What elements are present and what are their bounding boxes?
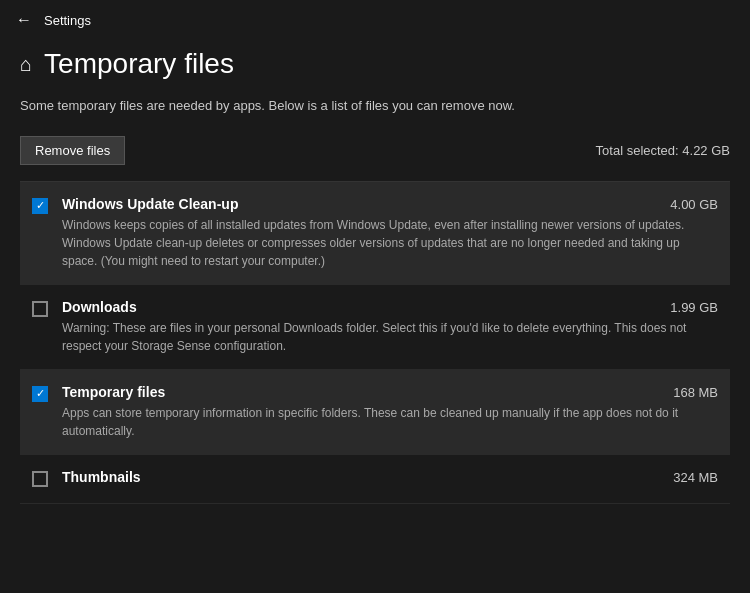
- file-size-windows-update-cleanup: 4.00 GB: [670, 197, 718, 212]
- file-info-windows-update-cleanup: Windows Update Clean-up 4.00 GB Windows …: [62, 196, 718, 270]
- file-header-windows-update-cleanup: Windows Update Clean-up 4.00 GB: [62, 196, 718, 212]
- file-desc-windows-update-cleanup: Windows keeps copies of all installed up…: [62, 216, 718, 270]
- file-name-downloads: Downloads: [62, 299, 137, 315]
- back-button[interactable]: ←: [16, 11, 32, 29]
- file-header-thumbnails: Thumbnails 324 MB: [62, 469, 718, 485]
- file-info-thumbnails: Thumbnails 324 MB: [62, 469, 718, 489]
- checkbox-temporary-files[interactable]: [32, 386, 48, 402]
- page-description: Some temporary files are needed by apps.…: [20, 96, 730, 116]
- file-header-downloads: Downloads 1.99 GB: [62, 299, 718, 315]
- file-list: Windows Update Clean-up 4.00 GB Windows …: [20, 181, 730, 504]
- file-item-downloads[interactable]: Downloads 1.99 GB Warning: These are fil…: [20, 285, 730, 370]
- file-desc-downloads: Warning: These are files in your persona…: [62, 319, 718, 355]
- checkbox-windows-update-cleanup[interactable]: [32, 198, 48, 214]
- page-header: ⌂ Temporary files: [20, 48, 730, 80]
- checkbox-icon-unchecked2[interactable]: [32, 471, 48, 487]
- file-size-thumbnails: 324 MB: [673, 470, 718, 485]
- file-info-downloads: Downloads 1.99 GB Warning: These are fil…: [62, 299, 718, 355]
- file-item-thumbnails[interactable]: Thumbnails 324 MB: [20, 455, 730, 504]
- file-size-temporary-files: 168 MB: [673, 385, 718, 400]
- file-name-windows-update-cleanup: Windows Update Clean-up: [62, 196, 238, 212]
- file-info-temporary-files: Temporary files 168 MB Apps can store te…: [62, 384, 718, 440]
- remove-files-button[interactable]: Remove files: [20, 136, 125, 165]
- checkbox-icon-unchecked[interactable]: [32, 301, 48, 317]
- checkbox-icon-checked[interactable]: [32, 198, 48, 214]
- home-icon[interactable]: ⌂: [20, 53, 32, 76]
- file-item-temporary-files[interactable]: Temporary files 168 MB Apps can store te…: [20, 370, 730, 455]
- title-bar-label: Settings: [44, 13, 91, 28]
- checkbox-thumbnails[interactable]: [32, 471, 48, 487]
- checkbox-downloads[interactable]: [32, 301, 48, 317]
- checkbox-icon-checked2[interactable]: [32, 386, 48, 402]
- file-desc-temporary-files: Apps can store temporary information in …: [62, 404, 718, 440]
- file-size-downloads: 1.99 GB: [670, 300, 718, 315]
- file-name-thumbnails: Thumbnails: [62, 469, 141, 485]
- file-header-temporary-files: Temporary files 168 MB: [62, 384, 718, 400]
- action-bar: Remove files Total selected: 4.22 GB: [20, 136, 730, 165]
- file-item-windows-update-cleanup[interactable]: Windows Update Clean-up 4.00 GB Windows …: [20, 182, 730, 285]
- total-selected: Total selected: 4.22 GB: [596, 143, 730, 158]
- file-name-temporary-files: Temporary files: [62, 384, 165, 400]
- main-content: ⌂ Temporary files Some temporary files a…: [0, 48, 750, 504]
- title-bar: ← Settings: [0, 0, 750, 40]
- page-title: Temporary files: [44, 48, 234, 80]
